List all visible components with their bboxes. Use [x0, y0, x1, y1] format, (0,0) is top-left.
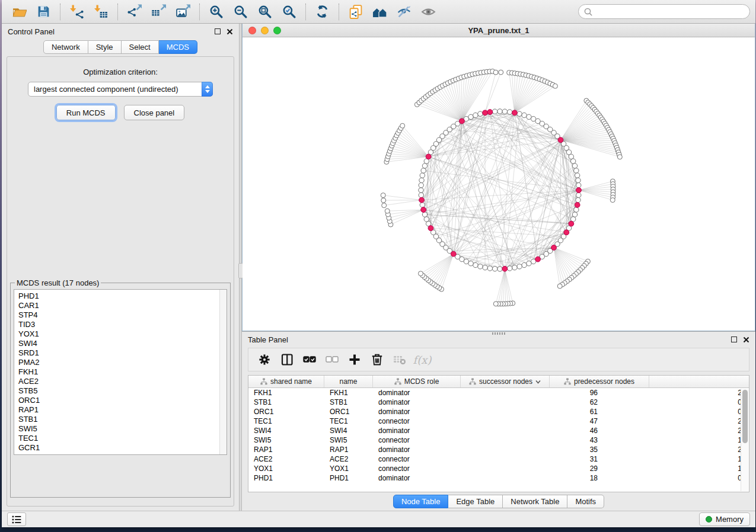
network-node[interactable]	[382, 203, 387, 208]
table-row[interactable]: PHD1PHD1dominator180	[248, 473, 749, 483]
mcds-result-item[interactable]: SWI4	[18, 339, 222, 348]
network-node[interactable]	[570, 159, 575, 164]
column-header-shared-name[interactable]: shared name	[248, 376, 324, 387]
mcds-result-item[interactable]: GCR1	[18, 443, 222, 453]
mcds-node[interactable]	[428, 226, 433, 231]
close-panel-button[interactable]: Close panel	[124, 105, 185, 120]
table-row[interactable]: ACE2ACE2connector311	[248, 454, 749, 464]
mcds-result-item[interactable]: YOX1	[18, 329, 222, 339]
mcds-node[interactable]	[421, 207, 426, 213]
network-node[interactable]	[569, 154, 573, 159]
export-table-button[interactable]	[149, 2, 168, 21]
mcds-node[interactable]	[535, 257, 541, 262]
column-header-MCDS-role[interactable]: MCDS role	[373, 376, 461, 387]
network-node[interactable]	[517, 264, 522, 269]
mcds-node[interactable]	[569, 221, 574, 226]
mcds-node[interactable]	[451, 251, 456, 257]
table-row[interactable]: YOX1YOX1connector291	[248, 464, 749, 473]
network-node[interactable]	[473, 113, 478, 117]
refresh-view-button[interactable]	[313, 2, 331, 21]
network-node[interactable]	[420, 203, 425, 207]
import-network-button[interactable]	[68, 2, 86, 21]
network-node[interactable]	[576, 193, 581, 197]
zoom-selected-button[interactable]	[280, 2, 298, 21]
open-file-button[interactable]	[10, 2, 28, 21]
mcds-result-item[interactable]: STP4	[18, 310, 222, 320]
table-row[interactable]: STB1STB1dominator620	[248, 398, 749, 407]
mcds-result-item[interactable]: PMA2	[18, 358, 222, 367]
mcds-result-item[interactable]: ORC1	[18, 396, 222, 405]
network-node[interactable]	[400, 123, 405, 128]
network-node[interactable]	[493, 70, 498, 75]
tab-select[interactable]: Select	[122, 40, 159, 54]
network-node[interactable]	[487, 266, 492, 271]
float-table-panel-icon[interactable]	[731, 336, 737, 342]
mcds-result-item[interactable]: STB1	[18, 415, 222, 424]
clone-network-button[interactable]	[346, 2, 365, 21]
optimization-criterion-select[interactable]: largest connected component (undirected)	[28, 82, 213, 97]
table-row[interactable]: ORC1ORC1dominator610	[248, 407, 749, 416]
zoom-fit-button[interactable]	[256, 2, 274, 21]
table-row[interactable]: SWI5SWI5connector431	[248, 435, 749, 445]
delete-column-button[interactable]	[367, 350, 387, 369]
column-header-successor-nodes[interactable]: successor nodes	[461, 376, 550, 387]
mcds-result-item[interactable]: TID3	[18, 320, 222, 329]
network-node[interactable]	[574, 168, 579, 173]
close-table-panel-icon[interactable]	[743, 336, 749, 343]
network-node[interactable]	[527, 114, 531, 119]
network-node[interactable]	[421, 168, 426, 173]
tab-motifs[interactable]: Motifs	[567, 495, 604, 508]
network-node[interactable]	[381, 198, 386, 203]
network-node[interactable]	[575, 173, 579, 178]
network-overview-button[interactable]	[371, 2, 389, 21]
network-node[interactable]	[483, 265, 487, 270]
network-node[interactable]	[418, 271, 423, 276]
table-row[interactable]: FKH1FKH1dominator962	[248, 388, 749, 398]
table-row[interactable]: RAP1RAP1dominator352	[248, 445, 749, 454]
task-history-button[interactable]	[7, 512, 26, 526]
maximize-window-icon[interactable]	[273, 27, 281, 34]
network-node[interactable]	[492, 267, 497, 271]
close-window-icon[interactable]	[248, 27, 256, 34]
network-node[interactable]	[576, 178, 580, 182]
network-node[interactable]	[574, 207, 579, 212]
network-node[interactable]	[576, 182, 581, 187]
network-node[interactable]	[502, 109, 507, 114]
deselect-all-button[interactable]	[322, 350, 342, 369]
network-node[interactable]	[522, 113, 527, 117]
settings-button[interactable]	[254, 350, 275, 369]
tab-mcds[interactable]: MCDS	[159, 40, 197, 54]
tab-network[interactable]: Network	[43, 40, 88, 54]
memory-button[interactable]: Memory	[699, 512, 750, 526]
table-row[interactable]: SWI4SWI4dominator462	[248, 426, 749, 435]
network-node[interactable]	[553, 84, 557, 88]
mcds-node[interactable]	[419, 197, 425, 203]
column-header-name[interactable]: name	[324, 376, 373, 387]
mcds-result-item[interactable]: ACE2	[18, 377, 222, 386]
network-node[interactable]	[497, 109, 502, 114]
zoom-out-button[interactable]	[231, 2, 250, 21]
network-node[interactable]	[572, 164, 577, 168]
network-node[interactable]	[419, 182, 423, 187]
network-node[interactable]	[478, 264, 483, 269]
network-node[interactable]	[522, 262, 527, 267]
mcds-node[interactable]	[551, 245, 557, 251]
column-header-predecessor-nodes[interactable]: predecessor nodes	[550, 376, 649, 387]
import-table-button[interactable]	[92, 2, 110, 21]
tab-network-table[interactable]: Network Table	[503, 495, 567, 508]
mcds-node[interactable]	[576, 188, 582, 193]
table-panel-drag-grip[interactable]	[492, 332, 505, 335]
mcds-result-item[interactable]: RAP1	[18, 405, 222, 415]
network-titlebar[interactable]: YPA_prune.txt_1	[243, 24, 755, 37]
add-column-button[interactable]	[344, 350, 365, 369]
table-scrollbar-thumb[interactable]	[742, 390, 748, 443]
mcds-node[interactable]	[512, 110, 518, 116]
network-node[interactable]	[419, 193, 423, 197]
mcds-node[interactable]	[502, 266, 508, 271]
network-node[interactable]	[493, 302, 498, 306]
minimize-window-icon[interactable]	[261, 27, 269, 34]
network-node[interactable]	[610, 198, 615, 203]
search-input[interactable]	[596, 7, 745, 16]
network-node[interactable]	[617, 155, 622, 159]
mcds-result-list[interactable]: PHD1CAR1STP4TID3YOX1SWI4SRD1PMA2FKH1ACE2…	[14, 289, 227, 455]
